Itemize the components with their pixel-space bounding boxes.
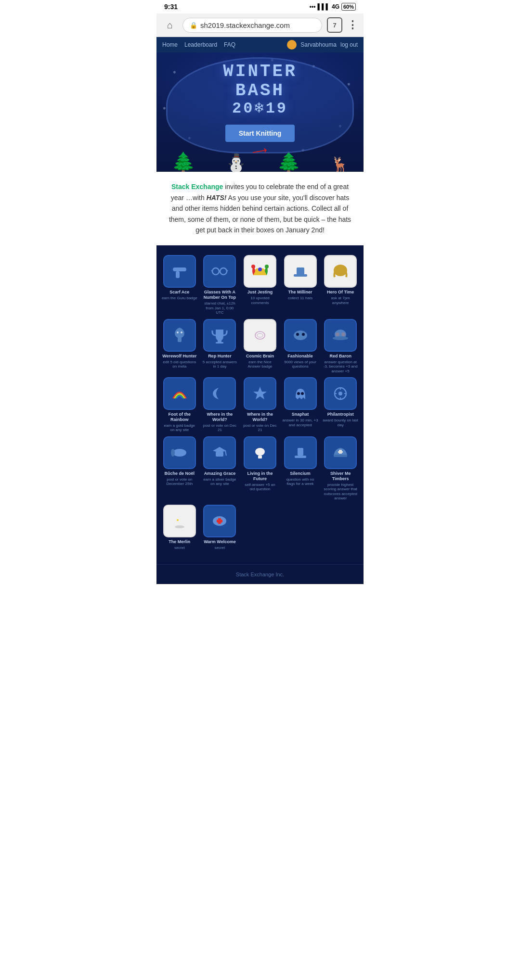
hat-desc: earn the Guru badge [162,296,197,301]
nav-faq[interactable]: FAQ [224,41,235,48]
hero-title: WINTER BASH 20❄19 [161,62,359,117]
hat-card[interactable] [203,255,236,288]
hat-item: The Millinercollect 11 hats [282,255,319,315]
hat-item: Shiver Me Timbersprovide highest scoring… [322,436,359,501]
svg-line-5 [211,270,212,271]
hat-desc: answer in 30 min, +3 and accepted [282,418,319,427]
hat-card[interactable] [203,505,236,537]
hat-card[interactable] [324,255,357,288]
hat-name: Foot of the Rainbow [161,412,198,422]
browser-menu-button[interactable]: ⋮ [347,19,358,31]
site-nav: Home Leaderboard FAQ Sarvabhouma log out [156,37,364,52]
status-bar: 9:31 ••• ▌▌▌ 4G 60% [156,0,364,13]
hat-card[interactable] [203,377,236,410]
svg-rect-55 [217,520,222,522]
hat-name: Rep Hunter [208,354,232,359]
svg-point-27 [336,332,339,336]
hat-desc: question with no flags for a week [282,477,319,486]
hat-name: Hero Of Time [327,290,354,295]
signal-dots: ••• [310,3,316,10]
hat-card[interactable] [284,319,317,352]
hat-name: The Merlin [169,539,190,545]
svg-point-15 [177,331,179,333]
nav-logout[interactable]: log out [340,41,358,48]
hat-name: Philantropist [327,412,354,417]
hat-item: Rep Hunter5 accepted answers in 1 day [202,319,238,374]
hat-card[interactable] [203,319,236,352]
site-footer: Stack Exchange Inc. [156,564,364,584]
hat-name: Snaphat [292,412,309,417]
hat-card[interactable] [163,436,196,469]
hat-card[interactable] [244,319,276,352]
hat-card[interactable] [163,377,196,410]
svg-point-31 [301,392,304,395]
hat-desc: starred chat, ±12h from Jan 1, 0:00 UTC [202,301,238,315]
lock-icon: 🔒 [190,22,197,29]
svg-rect-10 [297,267,304,275]
start-knitting-button[interactable]: Start Knitting [225,125,295,142]
hat-card[interactable] [324,319,357,352]
hat-card[interactable] [284,377,317,410]
hat-desc: 5 accepted answers in 1 day [202,360,238,369]
hat-name: Silencium [290,471,311,476]
hat-desc: secret [174,546,185,550]
hat-card[interactable] [324,436,357,469]
hat-desc: post or vote on Dec 21 [202,423,238,433]
svg-point-3 [220,268,227,275]
arrow-decoration: ⟶ [251,144,269,159]
hat-item: Cosmic Brainearn the Nice Answer badge [242,319,278,374]
hat-card[interactable] [284,436,317,469]
hat-name: Warm Welcome [204,539,236,545]
hat-name: Red Baron [329,354,351,359]
hat-name: Glasses With A Number On Top [202,290,238,300]
svg-point-39 [171,449,175,457]
svg-point-33 [338,392,342,395]
hat-card[interactable] [163,255,196,288]
hat-item: Red Baronanswer question at -3, becomes … [322,319,359,374]
svg-point-9 [265,265,269,268]
footer-text: Stack Exchange Inc. [236,572,284,577]
hat-item: Scarf Aceearn the Guru badge [161,255,198,315]
svg-point-12 [334,265,347,276]
svg-point-28 [341,332,345,336]
svg-rect-47 [334,455,347,457]
svg-rect-45 [298,448,303,456]
hat-card[interactable] [244,436,276,469]
tab-count[interactable]: 7 [327,17,342,33]
svg-point-52 [177,519,179,521]
hat-card[interactable] [163,505,196,537]
nav-user: Sarvabhouma log out [287,40,358,50]
nav-home[interactable]: Home [162,41,178,48]
hat-name: The Milliner [288,290,312,295]
svg-point-43 [255,448,265,456]
hat-card[interactable] [324,377,357,410]
hat-item: Bûche de Noëlpost or vote on December 25… [161,436,198,501]
svg-rect-11 [294,274,307,277]
hat-card[interactable] [203,436,236,469]
hat-item: Hero Of Timeask at 7pm anywhere [322,255,359,315]
hats-grid: Scarf Aceearn the Guru badgeGlasses With… [161,255,359,550]
hat-card[interactable] [284,255,317,288]
hat-name: Where in the World? [202,412,238,422]
address-bar[interactable]: 🔒 sh2019.stackexchange.com [182,18,322,33]
svg-rect-17 [218,340,221,342]
svg-point-7 [251,265,255,268]
nav-username[interactable]: Sarvabhouma [300,41,337,48]
hat-desc: ask at 7pm anywhere [322,296,359,305]
hat-card[interactable] [163,319,196,352]
hat-item: Snaphatanswer in 30 min, +3 and accepted [282,377,319,433]
hat-card[interactable] [244,377,276,410]
svg-point-23 [296,333,299,336]
hat-card[interactable] [244,255,276,288]
svg-point-24 [302,333,305,336]
hat-item: Just Jesting10 upvoted comments [242,255,278,315]
hat-item: Where in the World?post or vote on Dec 2… [202,377,238,433]
svg-point-30 [297,392,300,395]
nav-leaderboard[interactable]: Leaderboard [184,41,217,48]
hat-desc: earn a gold badge on any site [161,423,198,433]
signal-bars: ▌▌▌ [317,3,330,10]
svg-point-8 [258,267,262,271]
hat-name: Cosmic Brain [246,354,274,359]
home-button[interactable]: ⌂ [162,17,178,33]
network-type: 4G [332,3,339,10]
